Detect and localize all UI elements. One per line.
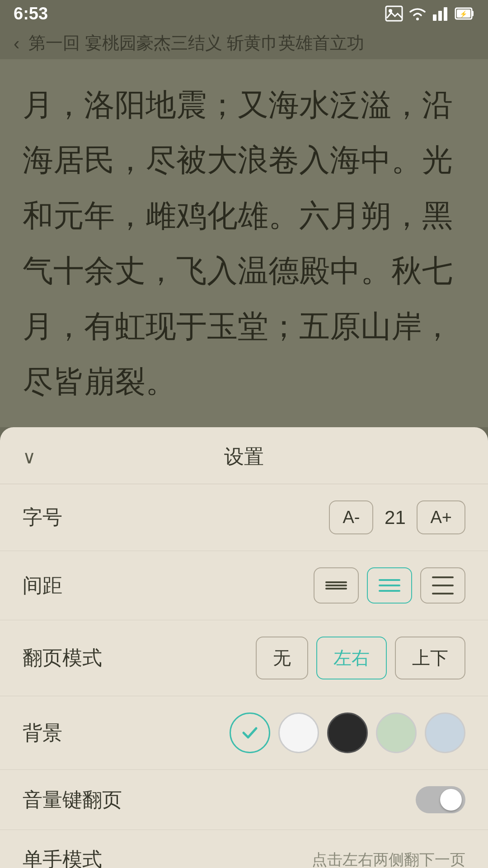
svg-point-2	[416, 18, 419, 20]
settings-panel: ∨ 设置 字号 A- 21 A+ 间距	[0, 427, 488, 868]
svg-rect-4	[438, 11, 442, 21]
font-size-label: 字号	[23, 504, 62, 531]
chapter-title: 第一回 宴桃园豪杰三结义 斩黄巾英雄首立功	[28, 32, 364, 55]
svg-rect-8	[472, 11, 474, 16]
background-row: 背景	[0, 696, 488, 770]
page-mode-lr-button[interactable]: 左右	[316, 637, 387, 679]
volume-page-turn-label: 音量键翻页	[23, 787, 122, 813]
spacing-compact-button[interactable]	[314, 567, 359, 604]
font-size-value: 21	[381, 507, 408, 528]
reading-text: 月，洛阳地震；又海水泛溢，沿海居民，尽被大浪卷入海中。光和元年，雌鸡化雄。六月朔…	[23, 77, 465, 409]
font-size-row: 字号 A- 21 A+	[0, 484, 488, 551]
background-controls	[230, 712, 465, 753]
back-button[interactable]: ‹	[14, 34, 19, 52]
svg-rect-3	[433, 14, 436, 21]
svg-text:⚡: ⚡	[460, 10, 468, 18]
page-mode-tb-button[interactable]: 上下	[395, 637, 465, 679]
svg-rect-5	[444, 7, 447, 21]
reading-area[interactable]: 月，洛阳地震；又海水泛溢，沿海居民，尽被大浪卷入海中。光和元年，雌鸡化雄。六月朔…	[0, 59, 488, 427]
signal-icon	[432, 5, 450, 22]
status-icons: ⚡	[385, 5, 474, 22]
status-bar: 6:53 ⚡	[0, 0, 488, 27]
font-size-controls: A- 21 A+	[329, 500, 465, 534]
background-label: 背景	[23, 720, 62, 746]
line-spacing-row: 间距	[0, 551, 488, 620]
single-hand-row: 单手模式 点击左右两侧翻下一页	[0, 830, 488, 868]
background-beige-button[interactable]	[230, 712, 270, 753]
line-spacing-controls	[314, 567, 465, 604]
background-blue-button[interactable]	[425, 712, 465, 753]
page-mode-label: 翻页模式	[23, 645, 102, 671]
spacing-compact-icon	[325, 581, 347, 590]
page-mode-row: 翻页模式 无 左右 上下	[0, 620, 488, 696]
font-decrease-button[interactable]: A-	[329, 500, 373, 534]
line-spacing-label: 间距	[23, 572, 62, 599]
spacing-wide-button[interactable]	[420, 567, 465, 604]
background-green-button[interactable]	[376, 712, 417, 753]
volume-page-turn-row: 音量键翻页	[0, 770, 488, 830]
top-bar: ‹ 第一回 宴桃园豪杰三结义 斩黄巾英雄首立功	[0, 27, 488, 59]
toggle-knob	[440, 789, 462, 811]
spacing-wide-icon	[432, 576, 454, 594]
spacing-medium-icon	[379, 579, 400, 592]
settings-collapse-button[interactable]: ∨	[23, 447, 36, 467]
page-mode-none-button[interactable]: 无	[256, 637, 308, 679]
settings-title: 设置	[224, 443, 264, 470]
image-icon	[385, 5, 403, 22]
single-hand-hint: 点击左右两侧翻下一页	[312, 849, 465, 868]
font-increase-button[interactable]: A+	[417, 500, 465, 534]
svg-rect-0	[386, 6, 402, 21]
spacing-medium-button[interactable]	[367, 567, 412, 604]
single-hand-label: 单手模式	[23, 846, 102, 868]
background-white-button[interactable]	[278, 712, 319, 753]
settings-header: ∨ 设置	[0, 427, 488, 484]
wifi-icon	[408, 5, 427, 22]
page-mode-controls: 无 左右 上下	[256, 637, 465, 679]
battery-icon: ⚡	[455, 5, 474, 22]
checkmark-icon	[240, 723, 260, 743]
status-time: 6:53	[14, 4, 48, 24]
background-black-button[interactable]	[327, 712, 368, 753]
volume-page-turn-toggle[interactable]	[416, 786, 465, 813]
